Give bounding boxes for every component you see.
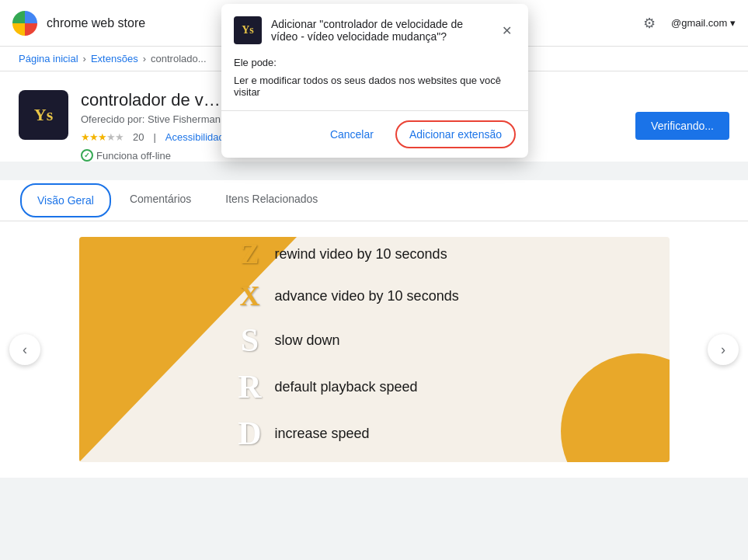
modal-title: Adicionar "controlador de velocidade de …: [271, 18, 488, 43]
modal-header: Ys Adicionar "controlador de velocidade …: [221, 4, 528, 50]
modal-permissions: Ele pode: Ler e modificar todos os seus …: [221, 50, 528, 110]
modal-ext-icon: Ys: [234, 16, 262, 44]
add-extension-modal: Ys Adicionar "controlador de velocidade …: [221, 4, 528, 158]
modal-close-button[interactable]: ✕: [497, 21, 516, 40]
permissions-label: Ele pode:: [234, 57, 516, 68]
permission-item: Ler e modificar todos os seus dados nos …: [234, 75, 516, 98]
cancel-button[interactable]: Cancelar: [318, 120, 386, 148]
modal-icon-text: Ys: [242, 24, 254, 37]
add-button[interactable]: Adicionar extensão: [395, 120, 516, 148]
modal-actions: Cancelar Adicionar extensão: [221, 110, 528, 158]
modal-overlay: Ys Adicionar "controlador de velocidade …: [0, 0, 748, 560]
